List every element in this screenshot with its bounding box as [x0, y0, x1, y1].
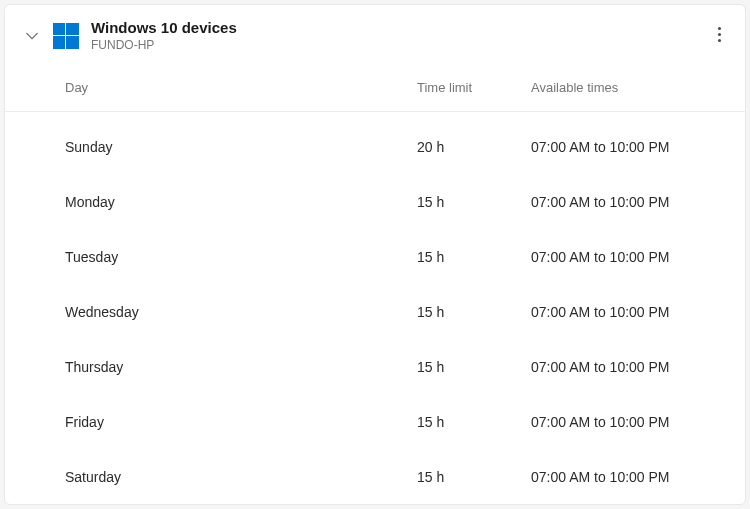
table-row[interactable]: Monday 15 h 07:00 AM to 10:00 PM: [5, 175, 745, 230]
cell-day: Wednesday: [5, 304, 417, 320]
cell-limit: 15 h: [417, 469, 531, 485]
table-row[interactable]: Saturday 15 h 07:00 AM to 10:00 PM: [5, 450, 745, 505]
title-block: Windows 10 devices FUNDO-HP: [91, 19, 237, 54]
cell-limit: 15 h: [417, 249, 531, 265]
cell-limit: 20 h: [417, 139, 531, 155]
cell-day: Monday: [5, 194, 417, 210]
table-row[interactable]: Tuesday 15 h 07:00 AM to 10:00 PM: [5, 230, 745, 285]
card-header: Windows 10 devices FUNDO-HP: [5, 5, 745, 66]
column-header-day: Day: [5, 80, 417, 95]
cell-times: 07:00 AM to 10:00 PM: [531, 194, 745, 210]
cell-times: 07:00 AM to 10:00 PM: [531, 249, 745, 265]
cell-limit: 15 h: [417, 194, 531, 210]
collapse-toggle[interactable]: [21, 25, 43, 47]
windows-logo-icon: [53, 23, 79, 49]
cell-times: 07:00 AM to 10:00 PM: [531, 304, 745, 320]
cell-day: Saturday: [5, 469, 417, 485]
cell-limit: 15 h: [417, 414, 531, 430]
cell-limit: 15 h: [417, 304, 531, 320]
cell-day: Sunday: [5, 139, 417, 155]
table-row[interactable]: Friday 15 h 07:00 AM to 10:00 PM: [5, 395, 745, 450]
column-header-limit: Time limit: [417, 80, 531, 95]
cell-day: Friday: [5, 414, 417, 430]
table-row[interactable]: Thursday 15 h 07:00 AM to 10:00 PM: [5, 340, 745, 395]
device-name: FUNDO-HP: [91, 38, 237, 54]
table-body: Sunday 20 h 07:00 AM to 10:00 PM Monday …: [5, 112, 745, 505]
cell-times: 07:00 AM to 10:00 PM: [531, 359, 745, 375]
table-header-row: Day Time limit Available times: [5, 66, 745, 112]
cell-limit: 15 h: [417, 359, 531, 375]
screen-time-card: Windows 10 devices FUNDO-HP Day Time lim…: [4, 4, 746, 505]
chevron-down-icon: [25, 29, 39, 43]
cell-times: 07:00 AM to 10:00 PM: [531, 139, 745, 155]
cell-times: 07:00 AM to 10:00 PM: [531, 469, 745, 485]
cell-day: Thursday: [5, 359, 417, 375]
table-row[interactable]: Wednesday 15 h 07:00 AM to 10:00 PM: [5, 285, 745, 340]
card-title: Windows 10 devices: [91, 19, 237, 37]
column-header-times: Available times: [531, 80, 745, 95]
cell-day: Tuesday: [5, 249, 417, 265]
more-options-button[interactable]: [714, 23, 725, 46]
table-row[interactable]: Sunday 20 h 07:00 AM to 10:00 PM: [5, 120, 745, 175]
cell-times: 07:00 AM to 10:00 PM: [531, 414, 745, 430]
